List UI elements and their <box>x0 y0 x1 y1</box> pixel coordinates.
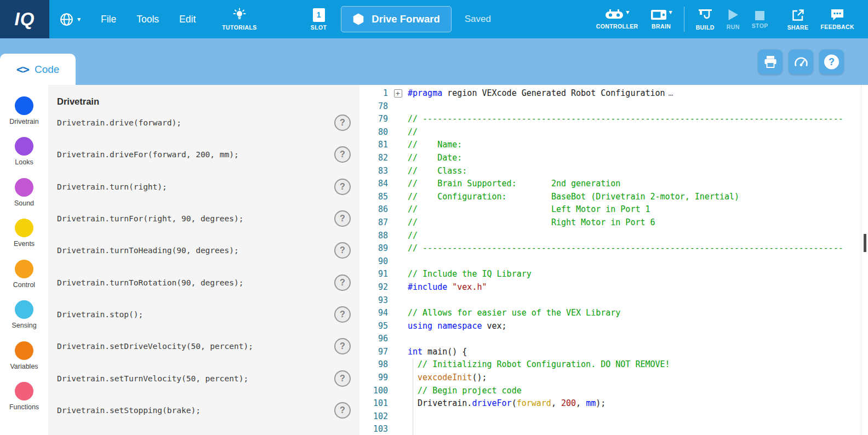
category-label: Events <box>14 240 35 248</box>
fold-column <box>388 126 408 139</box>
command-snippet[interactable]: Drivetrain.turn(right); <box>57 182 167 191</box>
command-snippet[interactable]: Drivetrain.stop(); <box>57 310 143 319</box>
code-line: 80 // <box>359 126 868 139</box>
editor-scrollbar[interactable] <box>861 85 868 435</box>
question-mark-icon: ? <box>824 54 839 69</box>
code-text: // -------------------------------------… <box>408 242 868 255</box>
fold-column: + <box>388 87 408 100</box>
fold-column <box>388 423 408 435</box>
command-help-button[interactable]: ? <box>334 115 351 131</box>
command-help-button[interactable]: ? <box>334 274 351 291</box>
gauge-icon <box>793 55 809 69</box>
print-console-button[interactable] <box>758 49 783 74</box>
fold-column <box>388 307 408 320</box>
help-button[interactable]: ? <box>819 49 844 74</box>
category-label: Sound <box>14 199 34 207</box>
feedback-button[interactable]: FEEDBACK <box>820 8 854 30</box>
command-help-button[interactable]: ? <box>334 338 351 354</box>
category-label: Variables <box>10 363 38 370</box>
line-number: 101 <box>359 397 388 410</box>
fold-column <box>388 113 408 126</box>
scrollbar-thumb[interactable] <box>864 234 866 252</box>
sidebar-item-drivetrain[interactable]: Drivetrain <box>0 90 48 131</box>
menu-file[interactable]: File <box>101 14 116 25</box>
command-row: Drivetrain.turn(right); ? <box>57 171 351 203</box>
sidebar-item-variables[interactable]: Variables <box>0 335 48 376</box>
category-label: Sensing <box>12 322 36 329</box>
line-number: 79 <box>359 113 388 126</box>
category-color-icon <box>15 219 33 237</box>
fold-column <box>388 346 408 359</box>
command-snippet[interactable]: Drivetrain.setDriveVelocity(50, percent)… <box>57 342 253 351</box>
command-snippet[interactable]: Drivetrain.turnFor(right, 90, degrees); <box>57 214 243 223</box>
language-selector[interactable]: ▾ <box>59 12 81 27</box>
fold-column <box>388 268 408 281</box>
sidebar-item-sound[interactable]: Sound <box>0 172 48 213</box>
code-text: #pragma region VEXcode Generated Robot C… <box>408 87 868 100</box>
stop-button[interactable]: STOP <box>752 9 768 29</box>
sidebar-item-control[interactable]: Control <box>0 254 48 295</box>
command-snippet[interactable]: Drivetrain.turnToHeading(90, degrees); <box>57 246 239 255</box>
code-tab-label: Code <box>35 64 59 76</box>
slot-button[interactable]: 1 SLOT <box>311 8 327 31</box>
chevron-down-icon: ▾ <box>669 9 672 15</box>
sidebar-item-functions[interactable]: Functions <box>0 376 48 417</box>
fold-column <box>388 333 408 346</box>
menu-tools[interactable]: Tools <box>136 14 159 25</box>
command-snippet[interactable]: Drivetrain.setStopping(brake); <box>57 406 201 415</box>
dashboard-button[interactable] <box>789 49 813 74</box>
code-line: 87 // Right Motor in Port 6 <box>359 216 868 230</box>
project-name: Drive Forward <box>372 13 439 25</box>
run-button[interactable]: RUN <box>727 8 740 30</box>
code-editor[interactable]: 1 + #pragma region VEXcode Generated Rob… <box>359 85 868 435</box>
controller-icon <box>605 9 624 21</box>
share-icon <box>791 8 805 22</box>
project-name-button[interactable]: Drive Forward <box>341 6 451 32</box>
fold-column <box>388 152 408 165</box>
tutorials-button[interactable]: TUTORIALS <box>222 8 257 31</box>
command-help-button[interactable]: ? <box>334 146 351 163</box>
code-line: 101 Drivetrain.driveFor(forward, 200, mm… <box>359 397 868 410</box>
command-snippet[interactable]: Drivetrain.setTurnVelocity(50, percent); <box>57 374 248 383</box>
build-button[interactable]: BUILD <box>696 8 715 31</box>
command-help-button[interactable]: ? <box>334 306 351 323</box>
line-number: 1 <box>359 87 388 100</box>
line-number: 90 <box>359 255 388 268</box>
share-button[interactable]: SHARE <box>787 8 809 31</box>
build-label: BUILD <box>696 24 715 31</box>
command-help-button[interactable]: ? <box>334 210 351 227</box>
fold-toggle-icon[interactable]: + <box>394 89 402 98</box>
controller-button[interactable]: ▾ CONTROLLER <box>596 9 638 30</box>
chevron-down-icon: ▾ <box>77 16 81 22</box>
code-text: Drivetrain.driveFor(forward, 200, mm); <box>408 397 868 410</box>
sidebar-item-looks[interactable]: Looks <box>0 131 48 173</box>
command-help-button[interactable]: ? <box>334 370 351 387</box>
command-row: Drivetrain.setDriveVelocity(50, percent)… <box>57 330 351 362</box>
menu-edit[interactable]: Edit <box>179 14 196 25</box>
feedback-icon <box>830 8 844 21</box>
code-line: 81 // Name: <box>359 139 868 152</box>
command-row: Drivetrain.driveFor(forward, 200, mm); ? <box>57 139 351 170</box>
line-number: 98 <box>359 358 388 371</box>
line-number: 94 <box>359 307 388 320</box>
code-line: 100 // Begin project code <box>359 385 868 398</box>
code-brackets-icon: <> <box>16 63 29 76</box>
fold-column <box>388 255 408 268</box>
folded-region-ellipsis[interactable]: … <box>669 88 673 98</box>
command-help-button[interactable]: ? <box>334 179 351 195</box>
command-snippet[interactable]: Drivetrain.driveFor(forward, 200, mm); <box>57 150 239 159</box>
fold-column <box>388 178 408 191</box>
brain-button[interactable]: ▾ BRAIN <box>650 9 672 30</box>
tab-code[interactable]: <> Code <box>0 54 76 85</box>
command-snippet[interactable]: Drivetrain.turnToRotation(90, degrees); <box>57 278 243 287</box>
sidebar-item-sensing[interactable]: Sensing <box>0 295 48 336</box>
code-line: 82 // Date: <box>359 152 868 165</box>
command-help-button[interactable]: ? <box>334 242 351 259</box>
controller-icon-row: ▾ <box>605 9 629 21</box>
command-help-button[interactable]: ? <box>334 402 351 419</box>
sidebar-item-events[interactable]: Events <box>0 213 48 254</box>
command-snippet[interactable]: Drivetrain.drive(forward); <box>57 118 181 127</box>
fold-column <box>388 358 408 371</box>
slot-label: SLOT <box>311 24 327 31</box>
fold-column <box>388 139 408 152</box>
